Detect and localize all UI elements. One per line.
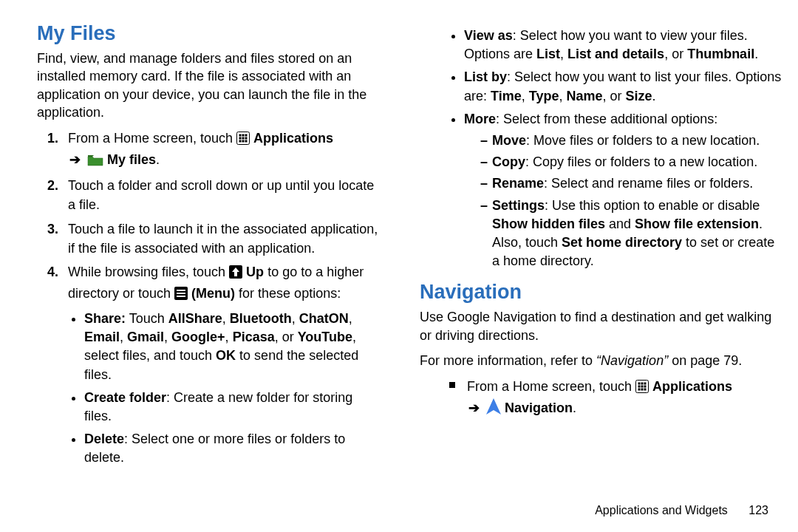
dot: . (156, 152, 160, 167)
svg-rect-19 (638, 386, 641, 388)
opt-list-details: List and details (567, 47, 664, 61)
manual-page: My Files Find, view, and manage folders … (0, 0, 798, 532)
opt-list: List (536, 47, 560, 61)
opt-allshare: AllShare (168, 311, 222, 326)
menu-icon (174, 286, 188, 305)
heading-my-files: My Files (37, 22, 378, 45)
c: , (559, 89, 566, 103)
step-2: 2. Touch a folder and scroll down or up … (47, 176, 378, 214)
option-view-as: View as: Select how you want to view you… (464, 27, 785, 64)
footer-section: Applications and Widgets (595, 504, 728, 516)
intro-my-files: Find, view, and manage folders and files… (37, 50, 378, 121)
svg-rect-4 (239, 137, 242, 140)
or: , or (602, 89, 625, 103)
nav-steps: From a Home screen, touch Applications ➔… (430, 377, 785, 420)
my-files-icon (87, 152, 103, 171)
option-list-by: List by: Select how you want to list you… (464, 68, 785, 105)
opt-show-ext: Show file extension (635, 216, 759, 231)
svg-rect-23 (641, 389, 644, 391)
left-column: My Files Find, view, and manage folders … (0, 22, 399, 532)
text: : Move files or folders to a new locatio… (526, 133, 760, 148)
opt-size: Size (625, 89, 652, 103)
text: For more information, refer to (420, 353, 596, 368)
or: , or (275, 330, 298, 344)
step-text: Touch a folder and scroll down or up unt… (68, 178, 374, 212)
comma: , (164, 330, 171, 344)
comma: , (292, 311, 299, 326)
heading-navigation: Navigation (420, 281, 785, 304)
xref-title: “Navigation” (596, 353, 668, 368)
svg-rect-2 (242, 134, 245, 137)
opt-gmail: Gmail (127, 330, 164, 344)
text: : Use this option to enable or disable (545, 198, 760, 213)
step-number: 1. (47, 129, 58, 148)
opt-thumbnail: Thumbnail (687, 47, 754, 61)
page-footer: Applications and Widgets 123 (595, 504, 768, 517)
sub-settings: Settings: Use this option to enable or d… (480, 197, 785, 271)
label-settings: Settings (492, 198, 545, 213)
opt-picasa: Picasa (233, 330, 275, 344)
svg-rect-21 (644, 386, 647, 388)
text: : Select and rename files or folders. (544, 176, 753, 191)
option-share: Share: Touch AllShare, Bluetooth, ChatON… (84, 310, 378, 384)
label-view-as: View as (464, 28, 513, 43)
svg-rect-3 (245, 134, 248, 137)
svg-rect-6 (245, 137, 248, 140)
svg-rect-7 (239, 140, 242, 143)
label-create-folder: Create folder (84, 390, 166, 405)
intro-navigation: Use Google Navigation to find a destinat… (420, 308, 785, 344)
svg-rect-20 (641, 386, 644, 388)
text: : Select from these additional options: (496, 112, 717, 126)
label-list-by: List by (464, 69, 507, 84)
step-number: 4. (47, 262, 58, 282)
opt-youtube: YouTube (298, 330, 352, 344)
apps-grid-icon (635, 379, 649, 398)
text: Touch (126, 311, 168, 326)
comma: , (120, 330, 127, 344)
label-share: Share: (84, 311, 126, 326)
step-text: Touch a file to launch it in the associa… (68, 222, 378, 256)
apps-grid-icon (236, 131, 250, 150)
comma: , (349, 311, 352, 326)
opt-email: Email (84, 330, 120, 344)
svg-rect-24 (644, 389, 647, 391)
svg-rect-5 (242, 137, 245, 140)
comma: , (225, 330, 233, 344)
label-delete: Delete (84, 432, 124, 446)
or: , or (664, 47, 687, 61)
opt-google-plus: Google+ (171, 330, 225, 344)
c: , (560, 47, 567, 61)
svg-rect-9 (245, 140, 248, 143)
svg-rect-16 (638, 383, 641, 385)
more-suboptions: Move: Move files or folders to a new loc… (464, 132, 785, 270)
sub-rename: Rename: Select and rename files or folde… (480, 174, 785, 193)
page-number: 123 (748, 504, 768, 516)
label-more: More (464, 112, 496, 126)
sub-move: Move: Move files or folders to a new loc… (480, 132, 785, 150)
dot: . (754, 47, 758, 61)
opt-show-hidden: Show hidden files (492, 216, 605, 231)
opt-time: Time (491, 89, 522, 103)
opt-bluetooth: Bluetooth (230, 311, 292, 326)
dot: . (573, 400, 576, 415)
label-move: Move (492, 133, 526, 148)
opt-set-home: Set home directory (562, 235, 682, 250)
label-menu: (Menu) (191, 286, 235, 301)
right-column: View as: Select how you want to view you… (399, 22, 798, 532)
dot: . (652, 89, 656, 103)
option-more: More: Select from these additional optio… (464, 110, 785, 271)
opt-type: Type (529, 89, 559, 103)
svg-rect-13 (177, 293, 185, 294)
label-navigation: Navigation (505, 400, 573, 415)
option-delete: Delete: Select one or more files or fold… (84, 430, 378, 467)
text: on page 79. (668, 353, 742, 368)
c: , (522, 89, 529, 103)
label-copy: Copy (492, 154, 525, 169)
svg-rect-17 (641, 383, 644, 385)
svg-rect-14 (177, 296, 185, 297)
sub-copy: Copy: Copy files or folders to a new loc… (480, 153, 785, 171)
xref-navigation: For more information, refer to “Navigati… (420, 352, 785, 369)
arrow-icon: ➔ (69, 152, 81, 167)
step-text: From a Home screen, touch (68, 131, 236, 146)
label-rename: Rename (492, 176, 544, 191)
